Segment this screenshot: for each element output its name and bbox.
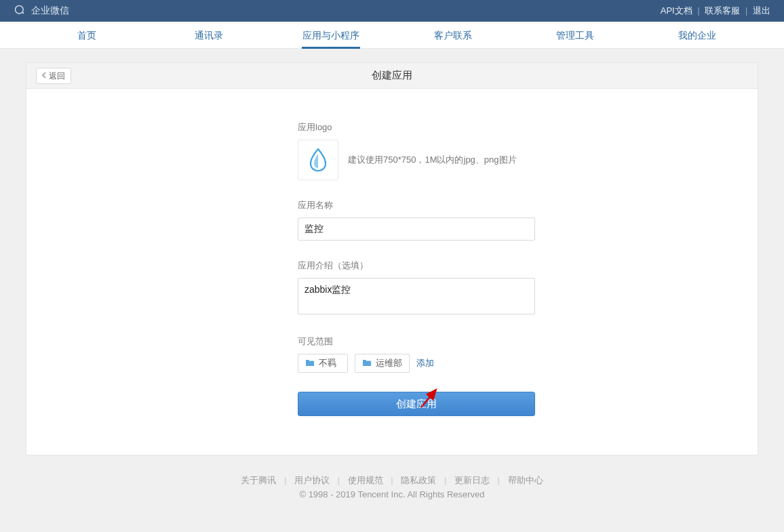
- svg-point-1: [22, 12, 24, 14]
- separator: |: [745, 5, 747, 16]
- tab-contacts[interactable]: 通讯录: [148, 22, 270, 48]
- folder-icon: [362, 359, 372, 369]
- create-app-form: 应用logo 建议使用750*750，1M以内的jpg、png图片 应用名: [298, 121, 535, 416]
- separator: |: [284, 475, 286, 485]
- separator: |: [338, 475, 340, 485]
- footer-link-about[interactable]: 关于腾讯: [241, 475, 276, 485]
- drop-icon: [308, 147, 328, 173]
- scope-label: 可见范围: [298, 335, 535, 348]
- scope-item-1[interactable]: 运维部: [355, 354, 410, 373]
- logout-link[interactable]: 退出: [753, 5, 770, 16]
- app-desc-textarea[interactable]: zabbix监控: [298, 278, 535, 314]
- app-name-label: 应用名称: [298, 199, 535, 211]
- main-tabs: 首页 通讯录 应用与小程序 客户联系 管理工具 我的企业: [0, 22, 784, 49]
- separator: |: [498, 475, 500, 485]
- folder-icon: [305, 359, 315, 369]
- field-app-name: 应用名称: [298, 199, 535, 241]
- separator: |: [391, 475, 393, 485]
- add-scope-link[interactable]: 添加: [416, 357, 434, 369]
- scope-item-label: 运维部: [376, 357, 402, 369]
- chevron-left-icon: [41, 71, 47, 81]
- page-wrap: 返回 创建应用 应用logo 建议使用750*750，1M以内的: [26, 62, 758, 520]
- tab-customer[interactable]: 客户联系: [392, 22, 514, 48]
- footer-link-privacy[interactable]: 隐私政策: [401, 475, 436, 485]
- tab-apps[interactable]: 应用与小程序: [270, 22, 392, 48]
- back-button[interactable]: 返回: [36, 68, 71, 84]
- footer-link-changelog[interactable]: 更新日志: [454, 475, 490, 485]
- app-logo-label: 应用logo: [298, 121, 535, 134]
- api-doc-link[interactable]: API文档: [661, 5, 692, 16]
- tab-admin[interactable]: 管理工具: [514, 22, 636, 48]
- top-bar: 企业微信 API文档 | 联系客服 | 退出: [0, 0, 784, 22]
- app-name-input[interactable]: [298, 218, 535, 241]
- scope-item-label: 不羁: [319, 357, 336, 369]
- title-row: 返回 创建应用: [26, 62, 758, 88]
- footer-link-usage[interactable]: 使用规范: [348, 475, 383, 485]
- page-footer: 关于腾讯 | 用户协议 | 使用规范 | 隐私政策 | 更新日志 | 帮助中心 …: [26, 474, 758, 520]
- create-app-button[interactable]: 创建应用: [298, 392, 535, 416]
- brand-name: 企业微信: [31, 5, 69, 17]
- app-logo-hint: 建议使用750*750，1M以内的jpg、png图片: [348, 154, 517, 166]
- separator: |: [697, 5, 699, 16]
- app-desc-label: 应用介绍（选填）: [298, 260, 535, 272]
- footer-copyright: © 1998 - 2019 Tencent Inc. All Rights Re…: [26, 489, 758, 499]
- field-app-desc: 应用介绍（选填） zabbix监控: [298, 260, 535, 316]
- footer-link-agreement[interactable]: 用户协议: [294, 475, 330, 485]
- separator: |: [444, 475, 446, 485]
- svg-point-0: [16, 5, 24, 14]
- brand: 企业微信: [14, 3, 69, 19]
- page-title: 创建应用: [372, 69, 412, 82]
- field-scope: 可见范围 不羁 运维部 添加: [298, 335, 535, 373]
- footer-link-help[interactable]: 帮助中心: [508, 475, 543, 485]
- back-label: 返回: [49, 70, 65, 82]
- field-app-logo: 应用logo 建议使用750*750，1M以内的jpg、png图片: [298, 121, 535, 180]
- brand-logo-icon: [14, 3, 27, 19]
- tab-mycompany[interactable]: 我的企业: [636, 22, 758, 48]
- contact-support-link[interactable]: 联系客服: [705, 5, 740, 16]
- app-logo-upload[interactable]: [298, 140, 338, 180]
- top-links: API文档 | 联系客服 | 退出: [661, 5, 770, 17]
- footer-links: 关于腾讯 | 用户协议 | 使用规范 | 隐私政策 | 更新日志 | 帮助中心: [26, 474, 758, 487]
- tab-home[interactable]: 首页: [26, 22, 148, 48]
- form-card: 应用logo 建议使用750*750，1M以内的jpg、png图片 应用名: [26, 88, 758, 455]
- scope-item-0[interactable]: 不羁: [298, 354, 348, 373]
